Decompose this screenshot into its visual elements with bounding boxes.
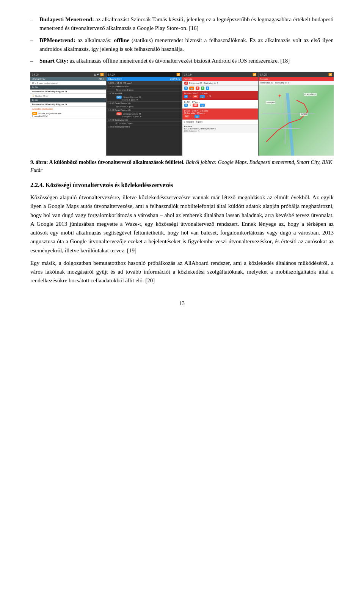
figure-number: 9. ábra: A különböző mobilos útvonalterv…: [30, 159, 184, 165]
bullet-text-2: BPMenetrend: az alkalmazás: offline (sta…: [39, 36, 334, 54]
screen2-trip-header: 14:25 – 14:53 (28 perc): [107, 81, 182, 85]
screen2-time: 14:24: [108, 73, 116, 76]
bullet-label-1: Budapesti Menetrend:: [39, 16, 94, 22]
screen2-time4: 14:43: [108, 109, 114, 111]
screen2-stop3: 14:40 Deák Ferenc tér: [107, 102, 182, 105]
bullet-item-3: – Smart City: az alkalmazás offline mene…: [30, 57, 334, 65]
screen1-walk: 🚶 Gyalog (2 p): [30, 94, 106, 98]
figure-image: 14:24 ▲▼ 📶 Útvonalterv 35 p 11 p 8 perc …: [30, 72, 334, 156]
screen1-time-label: 14:39: [30, 85, 106, 90]
screen2-body: Útvonalterv # 663 m 14:25 – 14:53 (28 pe…: [107, 77, 182, 156]
paragraph-1: Közösségen alapuló útvonaltervezésre, il…: [30, 193, 334, 255]
screen3-search-bar: Keresés: [182, 77, 258, 81]
screen1-time-val: 14:39: [32, 86, 38, 88]
screen3-c1-b3: 🚌: [200, 95, 205, 98]
screen1-duration: 35 p: [99, 78, 104, 80]
bullet-dash-1: –: [30, 15, 38, 24]
screen1-stop2: Budafoki út / Karinthy Frigyes út: [30, 102, 106, 107]
screen3-btn-9: 9: [184, 87, 188, 90]
screen2-m2-info: 3 megálló, 3 perc ▼: [116, 115, 142, 118]
screen3-nav-buttons: 9 🚌 3 1 2: [182, 86, 258, 91]
screen2-stop2: 14:34 Klinikák: [107, 92, 182, 95]
screen4-search-bar: Keresés: [259, 77, 334, 81]
screen3-a-badge: A: [184, 82, 188, 85]
screen3-c1-clock: ⏱: [209, 95, 212, 98]
bullet-content-2: az alkalmazás: offline (statikus) menetr…: [39, 37, 334, 52]
phone-screens: 14:24 ▲▼ 📶 Útvonalterv 35 p 11 p 8 perc …: [30, 72, 334, 156]
figure-caption: 9. ábra: A különböző mobilos útvonalterv…: [30, 159, 334, 174]
screen1-warning: ⚠ terelés (építkezés): [30, 107, 106, 111]
screen3-c2-b3: 🚌: [200, 104, 205, 107]
bullet-label-3: Smart City:: [39, 58, 68, 64]
screen2-m3-info: 6 perc, 6 perc ▼: [116, 99, 138, 101]
screen4-body: Keresés Práter utca 50 - Batthyány tér 5: [259, 77, 334, 156]
screen3-conn2-badges: 9 🚶 M2 🚌: [184, 104, 256, 107]
screen3-c1-walk: 🚶: [189, 95, 191, 98]
screen2-header: 14:24 📶: [107, 72, 182, 77]
content-area: – Budapesti Menetrend: az alkalmazást Sz…: [30, 15, 334, 307]
screen2-transit1: M3 Újpest-Központ M6 perc, 6 perc ▼: [107, 95, 182, 102]
screen2-stop5: 14:48 Batthyány tér: [107, 118, 182, 122]
screen2-walk3: 155 méter, 5 perc: [107, 122, 182, 125]
section-heading: 2.2.4. Közösségi útvonaltervezés és közl…: [30, 181, 334, 189]
screen3-btn-3: 3: [196, 87, 199, 90]
screen2-stop6: 14:53 Batthyány tér 5: [107, 125, 182, 128]
screen1-title-bar: Útvonalterv 35 p: [30, 77, 106, 81]
screen2-stop1: 14:25 Práter utca 50: [107, 85, 182, 88]
map-label-taban: TABÁN: [300, 113, 308, 116]
screen3-route-label: A Práter utca 50 - Batthyány tér 5: [182, 81, 258, 86]
screen3-conn1: 14:19 – 14:47 27 perc 9 🚶 M2 🚌 🚶 ⏱: [182, 91, 258, 100]
screen3-btn-2: 2: [206, 87, 209, 90]
screen1-freq: 11 p 8 perc gyakorisággal: [30, 81, 106, 85]
screen1-app-title: Útvonalterv: [32, 78, 45, 80]
screen3-stop-info: 3 megálló – 5 perc: [182, 120, 258, 124]
screen3-bus-info: 1083 Budapest, P...: [184, 130, 256, 132]
screen1-time-val2: 14:46: [32, 99, 38, 101]
map-label-vikerület: VI. KERÜLET: [304, 93, 317, 96]
screen3-c3-b1: 🚌: [195, 115, 199, 118]
screen3-conn2: 14:32 27 perc 9 🚶 M2 🚌: [182, 100, 258, 109]
screen3-conn1-badges: 9 🚶 M2 🚌 🚶 ⏱: [184, 95, 256, 98]
screen1-badge-86: 86: [32, 112, 37, 115]
screen1-route-info: 86 Óbuda, Bogdáni út felé6 megálló (12 p…: [30, 111, 106, 118]
screen2-stop4: 14:43 Deák Ferenc tér: [107, 109, 182, 112]
bullet-item-1: – Budapesti Menetrend: az alkalmazást Sz…: [30, 15, 334, 33]
bullet-item-2: – BPMenetrend: az alkalmazás: offline (s…: [30, 36, 334, 54]
screen4-route-label: Práter utca 50 - Batthyány tér 5: [259, 81, 334, 85]
screen3-conn2-time: 14:32 27 perc: [184, 101, 256, 103]
screen3-c1-m2: M2: [193, 95, 198, 98]
screen3-c2-b1: 9: [184, 104, 188, 107]
paragraph-2: Egy másik, a dolgozatban bemutatotthoz h…: [30, 259, 334, 285]
screen4-time: 14:27: [260, 73, 268, 76]
bullet-content-3: az alkalmazás offline menetrendet és útv…: [70, 58, 290, 64]
screen3-c1-walk2: 🚶: [206, 95, 209, 98]
screen1-time-label2: 14:46: [30, 98, 106, 102]
screen2-transit2: M2 Déli pályaudvar M3 megálló, 3 perc ▼: [107, 112, 182, 118]
screen3-conn3: 14:33 – 14:57 24 perc 624 m séta 13 perc…: [182, 109, 258, 120]
bullet-text-3: Smart City: az alkalmazás offline menetr…: [39, 57, 334, 65]
screen2-badge-m2: M2: [116, 112, 122, 115]
screen3-astoria: Astoria 1011 Budapest, Batthyány tér 5. …: [182, 124, 258, 133]
screen1-time: 14:24: [32, 73, 39, 76]
screen2-time3: 14:40: [108, 102, 114, 104]
page-number: 13: [30, 301, 334, 307]
screen2-app-title: Útvonalterv: [108, 78, 122, 80]
phone-screen-3: 14:19 📶 Keresés A Práter utca 50 - Batth…: [182, 72, 259, 156]
map-view: Budapest TABÁN VI. KERÜLET 📍: [259, 85, 334, 156]
screen2-time2: 14:34: [108, 92, 114, 94]
screen4-signal: 📶: [328, 73, 332, 76]
bullet-text-1: Budapesti Menetrend: az alkalmazást Szin…: [39, 15, 334, 33]
screen3-c2-walk: 🚶: [189, 104, 191, 107]
screen3-btn-1: 1: [201, 87, 204, 90]
screen3-c2-m2: M2: [193, 104, 198, 107]
screen2-badge-m3: M3: [116, 96, 122, 99]
screen2-time6: 14:53: [108, 126, 114, 128]
screen3-btn-bus1: 🚌: [189, 87, 194, 90]
screen1-signal: ▲▼ 📶: [93, 73, 104, 76]
map-pin: 📍: [277, 94, 282, 99]
screen3-conn3-info: 624 m séta 13 perc: [184, 112, 256, 114]
screen1-header: 14:24 ▲▼ 📶: [30, 72, 106, 77]
screen1-body: Útvonalterv 35 p 11 p 8 perc gyakoriságg…: [30, 77, 106, 156]
screen1-stop1: Budafoki út / Karinthy Frigyes út: [30, 90, 106, 94]
screen2-time1: 14:25: [108, 85, 114, 88]
